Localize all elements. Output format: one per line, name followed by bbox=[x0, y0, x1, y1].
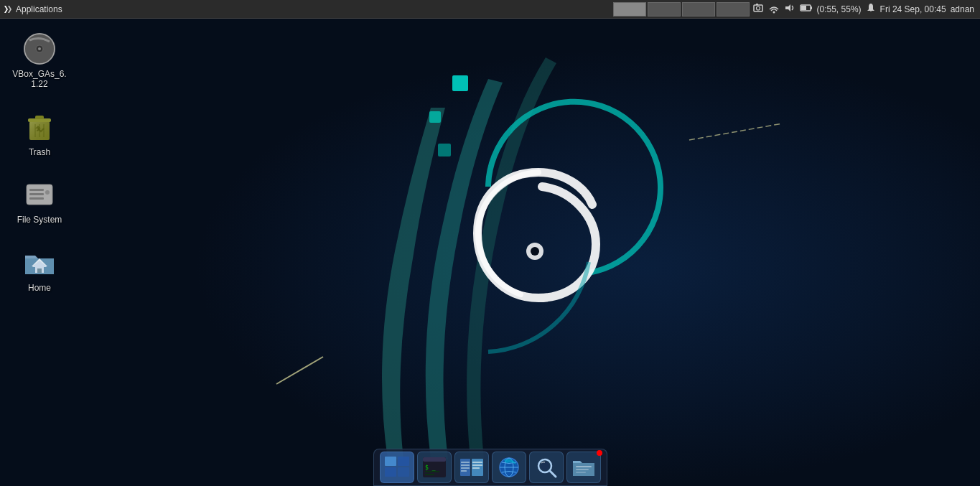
svg-rect-50 bbox=[472, 462, 482, 463]
svg-rect-38 bbox=[398, 467, 409, 477]
battery-status: (0:55, 55%) bbox=[817, 4, 862, 14]
taskbar-search[interactable] bbox=[529, 452, 564, 483]
network-icon[interactable] bbox=[768, 2, 780, 16]
taskbar-filemanager-wrapper bbox=[454, 452, 489, 483]
bell-icon[interactable] bbox=[866, 3, 876, 15]
taskbar-search-wrapper bbox=[529, 452, 564, 483]
workspace-switcher-icon bbox=[384, 456, 410, 479]
taskbar-workspace-wrapper bbox=[380, 452, 414, 483]
topbar-left: Applications bbox=[0, 4, 62, 14]
svg-point-18 bbox=[38, 47, 41, 50]
workspace-btn-2[interactable] bbox=[648, 2, 681, 17]
svg-line-7 bbox=[689, 123, 783, 140]
workspace-btn-4[interactable] bbox=[717, 2, 750, 17]
home-icon-image bbox=[22, 246, 57, 280]
svg-rect-5 bbox=[438, 144, 451, 156]
svg-rect-48 bbox=[461, 467, 470, 469]
disc-icon bbox=[22, 32, 57, 66]
svg-rect-28 bbox=[29, 189, 44, 191]
topbar-right: (0:55, 55%) Fri 24 Sep, 00:45 adnan bbox=[613, 2, 980, 17]
filesystem-icon-image bbox=[22, 177, 57, 212]
taskbar-web-browser[interactable] bbox=[492, 452, 526, 483]
applications-label: Applications bbox=[16, 4, 62, 14]
vbox-icon-image bbox=[22, 32, 57, 66]
desktop-icon-home[interactable]: Home bbox=[7, 243, 72, 296]
desktop-icon-filesystem[interactable]: File System bbox=[7, 174, 72, 228]
svg-rect-0 bbox=[0, 0, 980, 486]
datetime: Fri 24 Sep, 00:45 bbox=[880, 4, 946, 14]
taskbar-browser-wrapper bbox=[492, 452, 526, 483]
svg-rect-33 bbox=[37, 268, 42, 273]
svg-rect-13 bbox=[811, 6, 812, 9]
xfce-icon bbox=[3, 4, 13, 14]
home-icon-label: Home bbox=[28, 283, 51, 293]
screenshot-icon[interactable] bbox=[752, 2, 764, 16]
svg-rect-14 bbox=[801, 6, 806, 10]
svg-point-9 bbox=[756, 6, 760, 10]
trash-icon-image bbox=[22, 110, 57, 144]
svg-rect-35 bbox=[385, 457, 396, 466]
battery-icon[interactable] bbox=[800, 2, 813, 16]
svg-point-2 bbox=[531, 247, 539, 256]
file-manager-icon bbox=[459, 456, 485, 479]
svg-line-6 bbox=[276, 357, 323, 384]
vbox-icon-label: VBox_GAs_6. 1.22 bbox=[12, 69, 66, 90]
svg-rect-22 bbox=[35, 116, 44, 119]
applications-menu[interactable]: Applications bbox=[3, 4, 62, 14]
svg-rect-36 bbox=[398, 457, 409, 466]
desktop-icon-trash[interactable]: Trash bbox=[7, 107, 72, 160]
notification-dot bbox=[597, 450, 602, 456]
topbar: Applications bbox=[0, 0, 980, 19]
workspace-btn-3[interactable] bbox=[682, 2, 715, 17]
taskbar-terminal-wrapper: $ _ bbox=[417, 452, 452, 483]
svg-rect-37 bbox=[385, 467, 396, 477]
taskbar-fileman2-wrapper bbox=[566, 452, 601, 483]
desktop-icons-area: VBox_GAs_6. 1.22 bbox=[7, 29, 72, 296]
taskbar-file-manager[interactable] bbox=[454, 452, 489, 483]
username: adnan bbox=[951, 4, 974, 14]
taskbar-terminal[interactable]: $ _ bbox=[417, 452, 452, 483]
taskbar-file-manager-2[interactable] bbox=[566, 452, 601, 483]
filesystem-icon-label: File System bbox=[17, 215, 62, 225]
system-tray: (0:55, 55%) Fri 24 Sep, 00:45 adnan bbox=[752, 2, 974, 16]
svg-point-11 bbox=[773, 11, 775, 14]
svg-rect-10 bbox=[756, 4, 758, 5]
svg-rect-51 bbox=[472, 464, 482, 466]
svg-rect-31 bbox=[45, 190, 50, 195]
svg-rect-3 bbox=[452, 75, 468, 91]
trash-icon bbox=[22, 110, 57, 144]
web-browser-icon bbox=[496, 456, 522, 479]
drive-icon bbox=[22, 177, 57, 212]
svg-rect-52 bbox=[472, 467, 480, 469]
svg-rect-29 bbox=[29, 193, 44, 195]
svg-rect-47 bbox=[461, 464, 470, 466]
folder-icon bbox=[571, 456, 597, 479]
terminal-icon: $ _ bbox=[421, 456, 447, 479]
svg-rect-8 bbox=[754, 5, 762, 11]
svg-rect-30 bbox=[29, 197, 44, 200]
svg-line-58 bbox=[550, 471, 556, 477]
workspace-switcher-panel bbox=[613, 2, 750, 17]
svg-point-1 bbox=[526, 243, 543, 260]
svg-rect-49 bbox=[461, 470, 467, 472]
search-icon bbox=[533, 456, 559, 479]
workspace-btn-1[interactable] bbox=[613, 2, 646, 17]
svg-rect-61 bbox=[576, 472, 586, 473]
desktop-icon-vbox[interactable]: VBox_GAs_6. 1.22 bbox=[7, 29, 72, 93]
svg-rect-4 bbox=[429, 111, 441, 123]
taskbar-dock: $ _ bbox=[373, 449, 607, 486]
svg-rect-46 bbox=[461, 462, 470, 463]
svg-rect-59 bbox=[576, 466, 592, 467]
volume-icon[interactable] bbox=[784, 2, 795, 16]
svg-text:$ _: $ _ bbox=[425, 464, 436, 471]
taskbar-workspace-switcher[interactable] bbox=[380, 452, 414, 483]
desktop bbox=[0, 0, 980, 486]
home-folder-icon bbox=[22, 246, 57, 280]
svg-rect-40 bbox=[423, 457, 446, 462]
trash-icon-label: Trash bbox=[29, 147, 50, 157]
svg-rect-60 bbox=[576, 469, 589, 470]
